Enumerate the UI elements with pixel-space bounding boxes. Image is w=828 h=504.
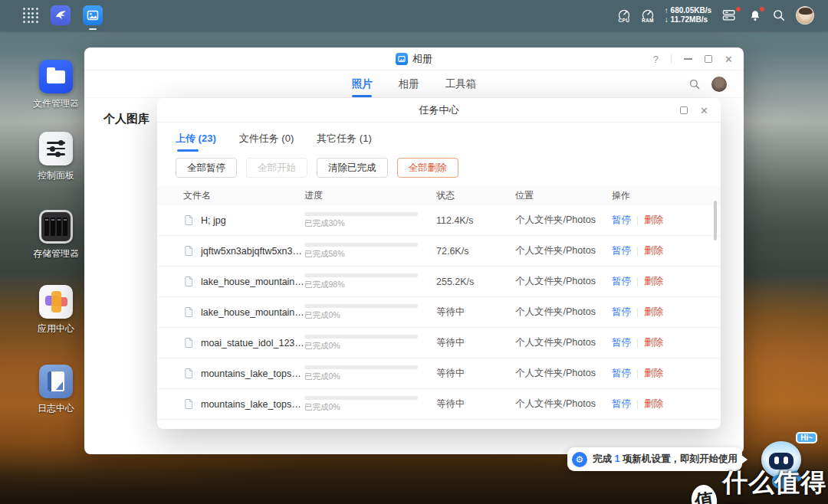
progress-bar-track: [304, 212, 418, 216]
delete-link[interactable]: 删除: [644, 275, 663, 288]
progress-text: 已完成98%: [304, 280, 436, 290]
task-operations: 暂停 删除: [612, 398, 704, 411]
task-row: lake_house_mountains_... 已完成0% 等待中 个人文件夹…: [157, 297, 721, 328]
log-center-icon: [39, 365, 73, 398]
delete-link[interactable]: 删除: [644, 398, 663, 411]
task-filename: lake_house_mountains_...: [201, 277, 304, 287]
start-all-button[interactable]: 全部开始: [246, 158, 307, 178]
task-filename: moai_statue_idol_12344...: [201, 338, 304, 349]
task-table-header: 文件名 进度 状态 位置 操作: [157, 185, 721, 205]
help-button[interactable]: ?: [653, 54, 659, 65]
pause-link[interactable]: 暂停: [612, 306, 631, 319]
taskbar-left: [0, 5, 103, 25]
pause-link[interactable]: 暂停: [612, 367, 631, 380]
bird-icon: [54, 8, 67, 22]
tab-file-tasks[interactable]: 文件任务 (0): [239, 127, 294, 150]
progress-text: 已完成0%: [304, 371, 436, 382]
task-location: 个人文件夹/Photos: [515, 336, 612, 349]
tab-albums[interactable]: 相册: [399, 71, 419, 97]
storage-manager-icon: [39, 210, 73, 244]
task-progress-cell: 已完成0%: [304, 365, 436, 382]
pause-link[interactable]: 暂停: [612, 336, 631, 349]
app-center-icon: [39, 285, 73, 319]
clear-completed-button[interactable]: 清除已完成: [317, 158, 388, 178]
maximize-button[interactable]: [705, 55, 712, 63]
delete-link[interactable]: 删除: [644, 244, 663, 257]
task-file-cell: H; jpg: [174, 214, 304, 226]
search-icon[interactable]: [688, 78, 701, 90]
notifications-button[interactable]: [748, 8, 762, 23]
app-launcher-icon[interactable]: [23, 8, 38, 23]
dialog-scrollbar: [714, 201, 717, 407]
task-status: 等待中: [436, 336, 515, 349]
delete-all-button[interactable]: 全部删除: [397, 158, 458, 178]
scrollbar-thumb[interactable]: [714, 201, 717, 241]
user-avatar[interactable]: [796, 6, 814, 25]
tab-uploads[interactable]: 上传 (23): [176, 127, 216, 150]
delete-link[interactable]: 删除: [644, 214, 663, 227]
task-location: 个人文件夹/Photos: [515, 367, 612, 380]
pause-link[interactable]: 暂停: [612, 214, 631, 227]
task-location: 个人文件夹/Photos: [515, 244, 612, 257]
task-row: mountains_lake_tops_11... 已完成0% 等待中 个人文件…: [157, 358, 721, 389]
task-status: 等待中: [436, 367, 515, 380]
divider: [637, 216, 638, 225]
progress-text: 已完成58%: [304, 249, 436, 260]
task-operations: 暂停 删除: [612, 306, 704, 319]
cpu-monitor[interactable]: CPU: [617, 8, 631, 23]
file-icon: [183, 214, 195, 226]
delete-link[interactable]: 删除: [644, 336, 663, 349]
desktop-icon-label: 日志中心: [25, 402, 87, 415]
task-center-dialog: 任务中心 ✕ 上传 (23) 文件任务 (0) 其它任务 (1) 全部暂停 全部…: [157, 98, 721, 429]
assistant-notification[interactable]: ⚙ 完成 1 项新机设置，即刻开始使用！: [567, 447, 742, 471]
tab-toolbox[interactable]: 工具箱: [445, 71, 477, 97]
desktop-icon-log-center[interactable]: 日志中心: [25, 365, 87, 415]
task-dialog-buttons: 全部暂停 全部开始 清除已完成 全部删除: [157, 158, 721, 178]
delete-link[interactable]: 删除: [644, 306, 663, 319]
cpu-label: CPU: [619, 18, 630, 23]
tab-photos[interactable]: 照片: [352, 71, 373, 97]
network-speeds[interactable]: ↑ 680.05KB/s ↓ 11.72MB/s: [665, 6, 711, 25]
pause-link[interactable]: 暂停: [612, 275, 631, 288]
task-dialog-header: 任务中心 ✕: [157, 98, 721, 123]
album-user-avatar[interactable]: [711, 77, 727, 92]
task-operations: 暂停 删除: [612, 214, 704, 227]
maximize-button[interactable]: [680, 106, 688, 114]
desktop-icon-file-manager[interactable]: 文件管理器: [25, 60, 87, 110]
pause-link[interactable]: 暂停: [612, 244, 631, 257]
task-file-cell: lake_house_mountains_...: [174, 276, 304, 287]
desktop-icon-app-center[interactable]: 应用中心: [25, 285, 87, 335]
divider: [637, 400, 638, 409]
divider: [637, 277, 638, 286]
task-location: 个人文件夹/Photos: [515, 398, 612, 411]
pause-all-button[interactable]: 全部暂停: [176, 158, 237, 178]
task-dialog-tabs: 上传 (23) 文件任务 (0) 其它任务 (1): [157, 127, 721, 150]
robot-face: [769, 453, 794, 470]
desktop-icon-storage-manager[interactable]: 存储管理器: [25, 210, 87, 260]
desktop-icon-control-panel[interactable]: 控制面板: [25, 132, 87, 182]
header-filename: 文件名: [174, 189, 304, 202]
delete-link[interactable]: 删除: [644, 367, 663, 380]
desktop-icon-label: 文件管理器: [25, 97, 87, 110]
task-location: 个人文件夹/Photos: [515, 275, 612, 288]
task-center-tray-button[interactable]: [721, 8, 738, 22]
global-search-button[interactable]: [772, 8, 786, 22]
minimize-button[interactable]: [684, 58, 692, 60]
task-table-body: H; jpg 已完成30% 112.4K/s 个人文件夹/Photos 暂停 删…: [157, 205, 721, 420]
tab-other-tasks[interactable]: 其它任务 (1): [317, 127, 372, 150]
photos-app-icon[interactable]: [83, 5, 103, 25]
taskbar: CPU RAM ↑ 680.05KB/s ↓ 11.72MB/s: [0, 0, 828, 31]
task-file-cell: mountains_lake_tops_11...: [174, 368, 304, 379]
divider: [637, 308, 638, 317]
file-icon: [183, 306, 195, 318]
notification-dot: [759, 6, 765, 12]
assistant-robot[interactable]: Hi~: [756, 434, 811, 493]
xunlei-app-icon[interactable]: [51, 5, 71, 25]
close-button[interactable]: ✕: [724, 54, 733, 64]
search-icon: [772, 8, 786, 22]
close-button[interactable]: ✕: [700, 106, 708, 116]
task-status: 等待中: [436, 398, 515, 411]
pause-link[interactable]: 暂停: [612, 398, 631, 411]
ram-monitor[interactable]: RAM: [641, 8, 655, 23]
desktop-icon-label: 存储管理器: [25, 247, 87, 260]
